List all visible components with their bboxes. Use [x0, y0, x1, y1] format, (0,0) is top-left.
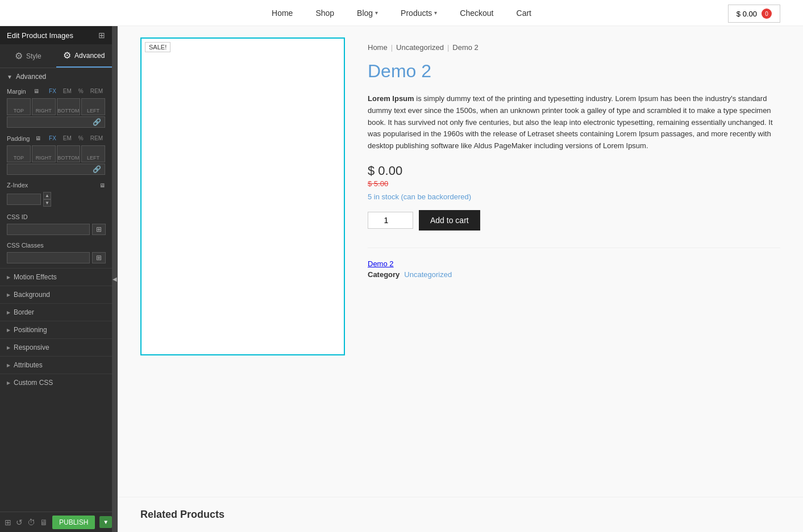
margin-left-label: LEFT: [87, 108, 99, 115]
meta-category-label: Category: [368, 270, 400, 279]
attributes-arrow: ▶: [7, 363, 10, 368]
responsive-arrow: ▶: [7, 345, 10, 350]
margin-right-input[interactable]: RIGHT: [32, 98, 56, 115]
responsive-section[interactable]: ▶ Responsive: [0, 338, 112, 356]
history-icon[interactable]: ⏱: [27, 518, 35, 527]
zindex-up[interactable]: ▲: [43, 192, 51, 199]
unit-percent[interactable]: %: [76, 87, 86, 95]
background-section[interactable]: ▶ Background: [0, 286, 112, 303]
margin-left-field[interactable]: [82, 99, 105, 108]
cssclasses-copy-button[interactable]: ⊞: [92, 252, 106, 263]
nav-cart[interactable]: Cart: [517, 9, 531, 18]
meta-product-link[interactable]: Demo 2: [368, 259, 394, 268]
padding-link-icon[interactable]: 🔗: [7, 164, 105, 175]
undo-icon[interactable]: ↺: [16, 518, 23, 527]
padding-left-input[interactable]: LEFT: [81, 145, 105, 162]
padding-label: Padding: [7, 135, 30, 142]
unit-em[interactable]: EM: [61, 87, 74, 95]
padding-unit-em[interactable]: EM: [61, 135, 74, 142]
unit-fx[interactable]: FX: [47, 87, 59, 95]
zindex-label: Z-Index: [7, 182, 28, 188]
zindex-field[interactable]: [7, 194, 41, 205]
content-area: SALE! Home | Uncategorized | Demo 2 Demo…: [118, 26, 803, 532]
tab-style[interactable]: ⚙ Style: [0, 44, 56, 68]
advanced-icon: ⚙: [63, 50, 71, 61]
margin-link-icon[interactable]: 🔗: [7, 116, 105, 128]
cart-button[interactable]: $ 0.00 0: [728, 5, 780, 23]
products-dropdown-icon[interactable]: ▾: [434, 10, 437, 16]
stock-info: 5 in stock (can be backordered): [368, 192, 780, 201]
padding-right-field[interactable]: [32, 146, 55, 155]
zindex-spinner: ▲ ▼: [43, 192, 51, 207]
cart-badge: 0: [762, 9, 772, 19]
padding-top-field[interactable]: [7, 146, 30, 155]
padding-left-field[interactable]: [82, 146, 105, 155]
padding-right-input[interactable]: RIGHT: [32, 145, 56, 162]
margin-left-input[interactable]: LEFT: [81, 98, 105, 115]
padding-responsive-icon[interactable]: 🖥: [35, 135, 41, 141]
publish-arrow-button[interactable]: ▼: [99, 516, 112, 528]
custom-css-arrow: ▶: [7, 380, 10, 386]
style-icon: ⚙: [15, 51, 23, 61]
padding-unit-fx[interactable]: FX: [47, 135, 59, 142]
product-info: Home | Uncategorized | Demo 2 Demo 2 Lor…: [368, 37, 780, 485]
zindex-responsive-icon[interactable]: 🖥: [99, 182, 105, 188]
advanced-section-header[interactable]: ▼ Advanced: [0, 68, 112, 85]
padding-unit-percent[interactable]: %: [76, 135, 86, 142]
cssid-field[interactable]: [7, 224, 90, 235]
padding-bottom-field[interactable]: [57, 146, 80, 155]
padding-top-label: TOP: [14, 155, 24, 162]
margin-top-input[interactable]: TOP: [7, 98, 31, 115]
cssclasses-field[interactable]: [7, 252, 90, 263]
tab-advanced[interactable]: ⚙ Advanced: [56, 44, 113, 68]
positioning-section[interactable]: ▶ Positioning: [0, 321, 112, 338]
padding-top-input[interactable]: TOP: [7, 145, 31, 162]
blog-dropdown-icon[interactable]: ▾: [375, 10, 378, 16]
padding-bottom-input[interactable]: BOTTOM: [57, 145, 81, 162]
grid-icon[interactable]: ⊞: [98, 31, 105, 40]
add-to-cart-button[interactable]: Add to cart: [419, 210, 480, 231]
nav-blog[interactable]: Blog: [357, 9, 373, 18]
nav-products[interactable]: Products: [401, 9, 432, 18]
panel-collapse-handle[interactable]: ◀: [112, 26, 118, 532]
margin-bottom-field[interactable]: [57, 99, 80, 108]
meta-category-link[interactable]: Uncategorized: [404, 270, 452, 279]
border-arrow: ▶: [7, 310, 10, 315]
breadcrumb-uncategorized[interactable]: Uncategorized: [396, 43, 444, 52]
border-label: Border: [14, 308, 34, 316]
product-description: Lorem Ipsum is simply dummy text of the …: [368, 93, 780, 152]
custom-css-section[interactable]: ▶ Custom CSS: [0, 374, 112, 391]
product-meta: Demo 2 Category Uncategorized: [368, 248, 780, 279]
cssid-copy-button[interactable]: ⊞: [92, 224, 106, 235]
margin-responsive-icon[interactable]: 🖥: [34, 88, 39, 94]
quantity-input[interactable]: [368, 212, 413, 229]
related-products-title: Related Products: [140, 509, 224, 520]
nav-checkout[interactable]: Checkout: [460, 9, 493, 18]
advanced-label: Advanced: [16, 73, 46, 81]
border-section[interactable]: ▶ Border: [0, 303, 112, 321]
publish-button[interactable]: PUBLISH: [52, 516, 95, 529]
breadcrumb-home[interactable]: Home: [368, 43, 388, 52]
zindex-inputs: ▲ ▼: [0, 191, 112, 211]
preview-icon[interactable]: 🖥: [40, 518, 48, 527]
margin-bottom-input[interactable]: BOTTOM: [57, 98, 81, 115]
margin-units: FX EM % REM: [47, 87, 105, 95]
cssid-label: CSS ID: [7, 213, 28, 220]
nav-home[interactable]: Home: [272, 9, 293, 18]
margin-top-field[interactable]: [7, 99, 30, 108]
padding-left-label: LEFT: [87, 155, 99, 162]
margin-right-field[interactable]: [32, 99, 55, 108]
grid-bottom-icon[interactable]: ⊞: [5, 518, 11, 527]
breadcrumb: Home | Uncategorized | Demo 2: [368, 43, 780, 52]
zindex-down[interactable]: ▼: [43, 199, 51, 207]
attributes-section[interactable]: ▶ Attributes: [0, 356, 112, 374]
padding-unit-rem[interactable]: REM: [88, 135, 105, 142]
cssclasses-inputs: ⊞: [0, 251, 112, 268]
zindex-row-label: Z-Index 🖥: [0, 179, 112, 191]
nav-shop[interactable]: Shop: [315, 9, 334, 18]
motion-effects-section[interactable]: ▶ Motion Effects: [0, 268, 112, 286]
positioning-arrow: ▶: [7, 328, 10, 333]
tab-advanced-label: Advanced: [74, 52, 105, 60]
product-title: Demo 2: [368, 61, 780, 82]
unit-rem[interactable]: REM: [88, 87, 105, 95]
